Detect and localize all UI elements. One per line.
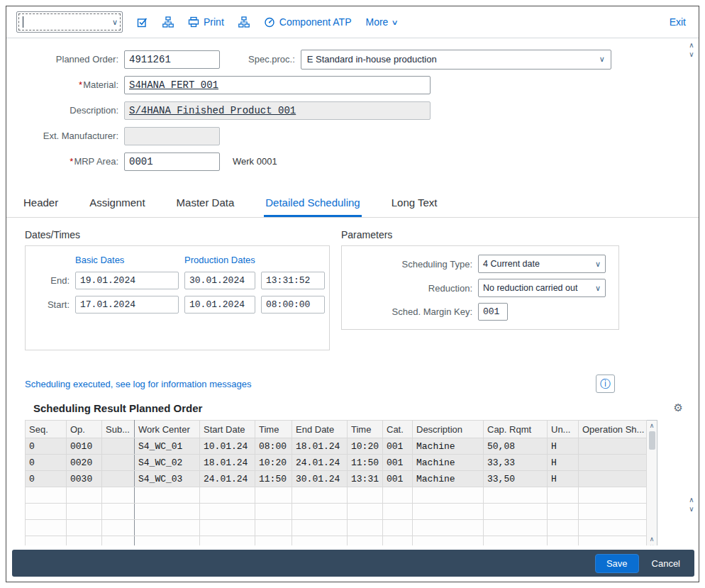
table-row-empty[interactable] [26,487,647,504]
material-row: *Material: S4HANA_FERT_001 [28,75,699,94]
mrp-area-label: *MRP Area: [28,156,118,167]
planned-order-row: Planned Order: 4911261 Spec.proc.: E Sta… [28,50,699,69]
material-field[interactable]: S4HANA_FERT_001 [124,76,431,94]
org-chart-icon [238,16,250,28]
info-button[interactable]: ⓘ [596,375,615,393]
planned-order-field[interactable]: 4911261 [124,50,220,69]
dates-times-group: Dates/Times Basic Dates Production Dates… [25,229,330,350]
more-label: More [365,16,388,28]
reduction-value: No reduction carried out [483,283,577,293]
ext-manufacturer-field [124,127,220,145]
mrp-area-plant-text: Werk 0001 [233,156,277,167]
start-basic-date-field[interactable]: 17.01.2024 [75,296,179,314]
table-scrollbar[interactable]: ∧ ∧ ∨ [647,420,657,545]
toolbar-combobox[interactable]: ∨ [16,11,123,33]
spec-proc-select[interactable]: E Standard in-house production ∨ [301,50,611,70]
end-production-date-value: 30.01.2024 [189,275,245,286]
start-basic-date-value: 17.01.2024 [80,299,135,310]
required-mark: * [70,156,73,167]
reduction-select[interactable]: No reduction carried out ∨ [478,279,606,297]
start-label: Start: [34,299,70,310]
scroll-up-icon[interactable]: ∧ [689,496,694,504]
scroll-down-icon[interactable]: ∨ [689,50,694,58]
planned-order-window: ∨ Print Component ATP [6,6,699,582]
sched-margin-key-value: 001 [483,306,499,317]
cancel-button[interactable]: Cancel [645,555,687,572]
complete-button[interactable] [137,16,148,28]
chevron-down-icon: ∨ [599,55,605,64]
text-caret [23,16,23,28]
exit-button[interactable]: Exit [670,16,686,28]
atp-gauge-icon [264,16,275,28]
scheduling-message: Scheduling executed, see log for informa… [25,379,251,389]
description-field: S/4HANA Finished Product 001 [124,101,431,120]
table-row-empty[interactable] [26,504,647,520]
col-seq[interactable]: Seq. [26,421,67,438]
hierarchy-button[interactable] [162,16,174,28]
table-row[interactable]: 00030 S4_WC_03 24.01.2411:50 30.01.2413:… [26,471,647,487]
scroll-up-icon[interactable]: ∧ [689,41,694,49]
scroll-up-icon[interactable]: ∧ [650,422,655,429]
chevron-down-icon: ∨ [595,260,601,269]
parameters-group: Parameters Scheduling Type: 4 Current da… [341,229,619,330]
tab-master-data[interactable]: Master Data [175,189,236,217]
mrp-area-field[interactable]: 0001 [124,152,220,171]
col-operation-sh[interactable]: Operation Sh... [579,421,647,438]
tab-detailed-scheduling[interactable]: Detailed Scheduling [264,189,361,217]
table-row-empty[interactable] [26,520,647,536]
col-end-time[interactable]: Time [348,421,383,438]
col-description[interactable]: Description [413,421,484,438]
scroll-down-icon[interactable]: ∨ [689,505,694,513]
table-row[interactable]: 00010 S4_WC_01 10.01.2408:00 18.01.2410:… [26,438,647,455]
mrp-area-row: *MRP Area: 0001 Werk 0001 [28,152,699,171]
sched-margin-key-field[interactable]: 001 [478,303,508,321]
tab-header[interactable]: Header [22,189,60,217]
page-scrollbar-bottom[interactable]: ∧ ∨ [687,496,696,513]
more-button[interactable]: More ∨ [365,16,397,28]
scheduling-hierarchy-button[interactable] [238,16,250,28]
scheduling-groups: Dates/Times Basic Dates Production Dates… [6,218,699,350]
chevron-down-icon: ∨ [392,18,399,26]
footer-bar: Save Cancel [12,550,694,577]
table-row-empty[interactable] [26,536,647,546]
tab-bar: Header Assignment Master Data Detailed S… [6,189,699,218]
org-chart-icon [162,16,174,28]
description-label: Description: [28,105,118,116]
description-value: S/4HANA Finished Product 001 [129,105,296,116]
col-unit[interactable]: Un... [548,421,579,438]
col-start-date[interactable]: Start Date [200,421,255,438]
col-cap-rqmt[interactable]: Cap. Rqmt [484,421,548,438]
col-op[interactable]: Op. [67,421,102,438]
start-production-date-value: 10.01.2024 [189,299,245,310]
print-button[interactable]: Print [188,16,224,28]
scroll-up-icon[interactable]: ∧ [650,536,655,543]
table-row[interactable]: 00020 S4_WC_02 18.01.2410:20 24.01.2411:… [26,455,647,471]
material-label: *Material: [28,79,118,90]
scheduling-type-select[interactable]: 4 Current date ∨ [478,255,606,273]
spec-proc-label: Spec.proc.: [248,54,295,65]
col-start-time[interactable]: Time [255,421,292,438]
parameters-title: Parameters [341,229,619,240]
end-basic-date-field[interactable]: 19.01.2024 [75,272,179,289]
material-value: S4HANA_FERT_001 [129,79,218,91]
info-icon: ⓘ [600,377,611,391]
start-production-date-field[interactable]: 10.01.2024 [184,296,255,314]
page-scrollbar[interactable]: ∧ ∨ [687,41,696,58]
col-work-center[interactable]: Work Center [135,421,200,438]
print-label: Print [204,16,224,28]
scrollbar-thumb[interactable] [649,431,655,450]
tab-assignment[interactable]: Assignment [88,189,146,217]
settings-gear-icon[interactable]: ⚙ [674,401,683,414]
tab-long-text[interactable]: Long Text [390,189,439,217]
end-production-date-field[interactable]: 30.01.2024 [184,272,255,289]
component-atp-button[interactable]: Component ATP [264,16,352,28]
scroll-down-icon[interactable]: ∨ [650,543,655,545]
col-cat[interactable]: Cat. [383,421,413,438]
start-production-time-field[interactable]: 08:00:00 [261,296,325,314]
col-sub[interactable]: Sub... [102,421,135,438]
save-button[interactable]: Save [595,554,639,573]
col-end-date[interactable]: End Date [292,421,348,438]
description-row: Description: S/4HANA Finished Product 00… [28,101,699,120]
end-production-time-field[interactable]: 13:31:52 [261,272,325,289]
ext-manufacturer-label: Ext. Manufacturer: [28,131,118,141]
